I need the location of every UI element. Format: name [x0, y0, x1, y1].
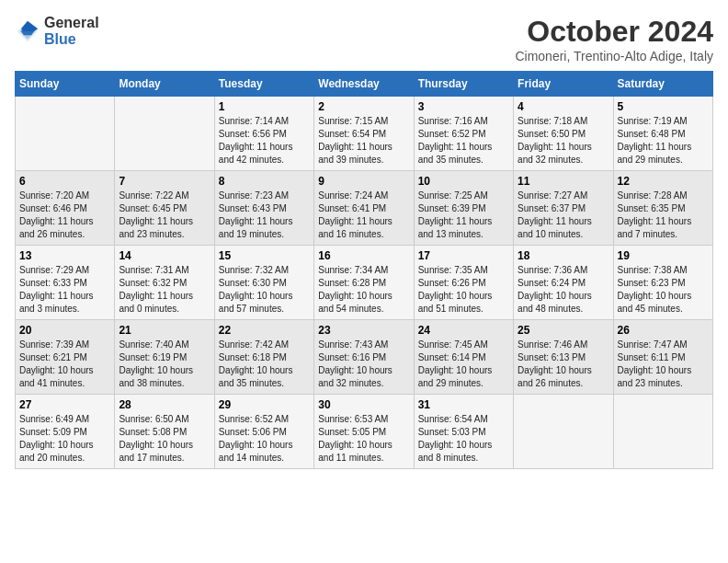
day-info: Sunrise: 6:53 AMSunset: 5:05 PMDaylight:…	[318, 413, 409, 465]
calendar-cell: 26Sunrise: 7:47 AMSunset: 6:11 PMDayligh…	[613, 320, 712, 395]
calendar-cell: 8Sunrise: 7:23 AMSunset: 6:43 PMDaylight…	[214, 171, 313, 246]
calendar-cell	[16, 97, 115, 171]
day-info: Sunrise: 7:16 AMSunset: 6:52 PMDaylight:…	[418, 115, 509, 167]
calendar-week-3: 13Sunrise: 7:29 AMSunset: 6:33 PMDayligh…	[16, 246, 713, 320]
calendar-cell: 21Sunrise: 7:40 AMSunset: 6:19 PMDayligh…	[115, 320, 214, 395]
title-block: October 2024 Cimoneri, Trentino-Alto Adi…	[515, 15, 713, 63]
logo-icon	[15, 18, 40, 44]
calendar-cell: 10Sunrise: 7:25 AMSunset: 6:39 PMDayligh…	[414, 171, 513, 246]
day-number: 16	[318, 249, 409, 262]
calendar-cell: 31Sunrise: 6:54 AMSunset: 5:03 PMDayligh…	[414, 395, 513, 469]
day-info: Sunrise: 7:43 AMSunset: 6:16 PMDaylight:…	[318, 339, 409, 390]
day-number: 17	[418, 249, 509, 262]
day-number: 20	[19, 324, 110, 337]
calendar-cell: 7Sunrise: 7:22 AMSunset: 6:45 PMDaylight…	[115, 171, 214, 246]
weekday-header-saturday: Saturday	[613, 72, 712, 97]
calendar-cell: 14Sunrise: 7:31 AMSunset: 6:32 PMDayligh…	[115, 246, 214, 320]
calendar-cell: 13Sunrise: 7:29 AMSunset: 6:33 PMDayligh…	[16, 246, 115, 320]
weekday-header-sunday: Sunday	[16, 72, 115, 97]
logo: General Blue	[15, 15, 99, 49]
calendar-cell: 20Sunrise: 7:39 AMSunset: 6:21 PMDayligh…	[16, 320, 115, 395]
day-info: Sunrise: 7:32 AMSunset: 6:30 PMDaylight:…	[219, 264, 310, 316]
calendar-cell: 11Sunrise: 7:27 AMSunset: 6:37 PMDayligh…	[514, 171, 613, 246]
day-info: Sunrise: 7:23 AMSunset: 6:43 PMDaylight:…	[219, 190, 310, 241]
day-info: Sunrise: 7:35 AMSunset: 6:26 PMDaylight:…	[418, 264, 509, 316]
day-info: Sunrise: 7:19 AMSunset: 6:48 PMDaylight:…	[618, 115, 709, 167]
calendar-cell: 16Sunrise: 7:34 AMSunset: 6:28 PMDayligh…	[314, 246, 414, 320]
day-info: Sunrise: 6:50 AMSunset: 5:08 PMDaylight:…	[119, 413, 210, 465]
day-number: 5	[618, 100, 709, 113]
day-number: 9	[318, 175, 409, 188]
day-info: Sunrise: 7:28 AMSunset: 6:35 PMDaylight:…	[618, 190, 709, 241]
calendar-cell: 9Sunrise: 7:24 AMSunset: 6:41 PMDaylight…	[314, 171, 414, 246]
logo-text-line2: Blue	[44, 31, 99, 48]
calendar-cell: 29Sunrise: 6:52 AMSunset: 5:06 PMDayligh…	[214, 395, 313, 469]
day-number: 29	[219, 398, 310, 411]
day-number: 28	[119, 398, 210, 411]
calendar-cell: 6Sunrise: 7:20 AMSunset: 6:46 PMDaylight…	[16, 171, 115, 246]
calendar-cell: 25Sunrise: 7:46 AMSunset: 6:13 PMDayligh…	[514, 320, 613, 395]
day-info: Sunrise: 7:40 AMSunset: 6:19 PMDaylight:…	[119, 339, 210, 390]
day-number: 12	[618, 175, 709, 188]
day-number: 26	[618, 324, 709, 337]
day-number: 30	[318, 398, 409, 411]
day-info: Sunrise: 7:34 AMSunset: 6:28 PMDaylight:…	[318, 264, 409, 316]
location-subtitle: Cimoneri, Trentino-Alto Adige, Italy	[515, 49, 713, 63]
day-info: Sunrise: 7:20 AMSunset: 6:46 PMDaylight:…	[19, 190, 110, 241]
day-number: 24	[418, 324, 509, 337]
day-number: 7	[119, 175, 210, 188]
weekday-header-friday: Friday	[514, 72, 613, 97]
calendar-week-4: 20Sunrise: 7:39 AMSunset: 6:21 PMDayligh…	[16, 320, 713, 395]
calendar-cell: 2Sunrise: 7:15 AMSunset: 6:54 PMDaylight…	[314, 97, 414, 171]
day-info: Sunrise: 6:52 AMSunset: 5:06 PMDaylight:…	[219, 413, 310, 465]
day-number: 10	[418, 175, 509, 188]
day-info: Sunrise: 7:47 AMSunset: 6:11 PMDaylight:…	[618, 339, 709, 390]
calendar-cell	[115, 97, 214, 171]
day-info: Sunrise: 7:18 AMSunset: 6:50 PMDaylight:…	[518, 115, 609, 167]
day-info: Sunrise: 6:54 AMSunset: 5:03 PMDaylight:…	[418, 413, 509, 465]
calendar-cell: 18Sunrise: 7:36 AMSunset: 6:24 PMDayligh…	[514, 246, 613, 320]
day-info: Sunrise: 6:49 AMSunset: 5:09 PMDaylight:…	[19, 413, 110, 465]
day-number: 25	[518, 324, 609, 337]
day-number: 6	[19, 175, 110, 188]
day-number: 4	[518, 100, 609, 113]
day-info: Sunrise: 7:27 AMSunset: 6:37 PMDaylight:…	[518, 190, 609, 241]
day-number: 11	[518, 175, 609, 188]
day-number: 13	[19, 249, 110, 262]
calendar-cell: 27Sunrise: 6:49 AMSunset: 5:09 PMDayligh…	[16, 395, 115, 469]
day-number: 3	[418, 100, 509, 113]
calendar-cell	[613, 395, 712, 469]
weekday-header-row: SundayMondayTuesdayWednesdayThursdayFrid…	[16, 72, 713, 97]
day-info: Sunrise: 7:46 AMSunset: 6:13 PMDaylight:…	[518, 339, 609, 390]
day-info: Sunrise: 7:39 AMSunset: 6:21 PMDaylight:…	[19, 339, 110, 390]
calendar-week-2: 6Sunrise: 7:20 AMSunset: 6:46 PMDaylight…	[16, 171, 713, 246]
calendar-week-1: 1Sunrise: 7:14 AMSunset: 6:56 PMDaylight…	[16, 97, 713, 171]
day-number: 27	[19, 398, 110, 411]
day-info: Sunrise: 7:29 AMSunset: 6:33 PMDaylight:…	[19, 264, 110, 316]
calendar-cell: 15Sunrise: 7:32 AMSunset: 6:30 PMDayligh…	[214, 246, 313, 320]
day-info: Sunrise: 7:14 AMSunset: 6:56 PMDaylight:…	[219, 115, 310, 167]
day-info: Sunrise: 7:22 AMSunset: 6:45 PMDaylight:…	[119, 190, 210, 241]
weekday-header-thursday: Thursday	[414, 72, 513, 97]
day-number: 15	[219, 249, 310, 262]
calendar-cell: 23Sunrise: 7:43 AMSunset: 6:16 PMDayligh…	[314, 320, 414, 395]
day-info: Sunrise: 7:42 AMSunset: 6:18 PMDaylight:…	[219, 339, 310, 390]
calendar-cell: 5Sunrise: 7:19 AMSunset: 6:48 PMDaylight…	[613, 97, 712, 171]
day-info: Sunrise: 7:31 AMSunset: 6:32 PMDaylight:…	[119, 264, 210, 316]
day-info: Sunrise: 7:25 AMSunset: 6:39 PMDaylight:…	[418, 190, 509, 241]
svg-marker-3	[21, 21, 38, 31]
day-number: 23	[318, 324, 409, 337]
calendar-cell: 28Sunrise: 6:50 AMSunset: 5:08 PMDayligh…	[115, 395, 214, 469]
page-header: General Blue October 2024 Cimoneri, Tren…	[15, 15, 713, 63]
calendar-cell: 3Sunrise: 7:16 AMSunset: 6:52 PMDaylight…	[414, 97, 513, 171]
day-info: Sunrise: 7:38 AMSunset: 6:23 PMDaylight:…	[618, 264, 709, 316]
weekday-header-tuesday: Tuesday	[214, 72, 313, 97]
calendar-week-5: 27Sunrise: 6:49 AMSunset: 5:09 PMDayligh…	[16, 395, 713, 469]
calendar-cell: 4Sunrise: 7:18 AMSunset: 6:50 PMDaylight…	[514, 97, 613, 171]
day-number: 19	[618, 249, 709, 262]
calendar-cell: 24Sunrise: 7:45 AMSunset: 6:14 PMDayligh…	[414, 320, 513, 395]
logo-text-line1: General	[44, 15, 99, 31]
day-number: 18	[518, 249, 609, 262]
calendar-cell: 17Sunrise: 7:35 AMSunset: 6:26 PMDayligh…	[414, 246, 513, 320]
day-info: Sunrise: 7:15 AMSunset: 6:54 PMDaylight:…	[318, 115, 409, 167]
